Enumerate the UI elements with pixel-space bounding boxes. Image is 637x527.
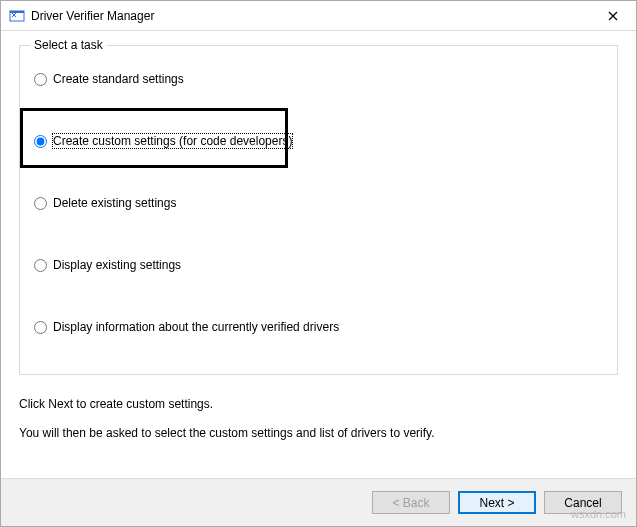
window-title: Driver Verifier Manager: [31, 9, 590, 23]
radio-label[interactable]: Display information about the currently …: [53, 320, 339, 334]
radio-display-info[interactable]: [34, 321, 47, 334]
option-create-standard[interactable]: Create standard settings: [34, 72, 603, 86]
window: Driver Verifier Manager Select a task Cr…: [0, 0, 637, 527]
radio-delete-existing[interactable]: [34, 197, 47, 210]
radio-label[interactable]: Display existing settings: [53, 258, 181, 272]
option-create-custom[interactable]: Create custom settings (for code develop…: [34, 134, 603, 148]
content-area: Select a task Create standard settings C…: [1, 31, 636, 478]
radio-label[interactable]: Create custom settings (for code develop…: [53, 134, 292, 148]
next-button[interactable]: Next >: [458, 491, 536, 514]
option-display-existing[interactable]: Display existing settings: [34, 258, 603, 272]
instruction-line: You will then be asked to select the cus…: [19, 422, 618, 445]
option-delete-existing[interactable]: Delete existing settings: [34, 196, 603, 210]
cancel-button[interactable]: Cancel: [544, 491, 622, 514]
groupbox-legend: Select a task: [30, 38, 107, 52]
app-icon: [9, 8, 25, 24]
radio-create-standard[interactable]: [34, 73, 47, 86]
radio-label[interactable]: Delete existing settings: [53, 196, 176, 210]
radio-display-existing[interactable]: [34, 259, 47, 272]
svg-rect-1: [10, 11, 24, 13]
back-button: < Back: [372, 491, 450, 514]
instruction-line: Click Next to create custom settings.: [19, 393, 618, 416]
close-icon: [608, 11, 618, 21]
radio-create-custom[interactable]: [34, 135, 47, 148]
instructions: Click Next to create custom settings. Yo…: [19, 393, 618, 445]
wizard-button-bar: < Back Next > Cancel: [1, 478, 636, 526]
option-display-info[interactable]: Display information about the currently …: [34, 320, 603, 334]
close-button[interactable]: [590, 1, 636, 31]
radio-label[interactable]: Create standard settings: [53, 72, 184, 86]
titlebar[interactable]: Driver Verifier Manager: [1, 1, 636, 31]
task-groupbox: Select a task Create standard settings C…: [19, 45, 618, 375]
